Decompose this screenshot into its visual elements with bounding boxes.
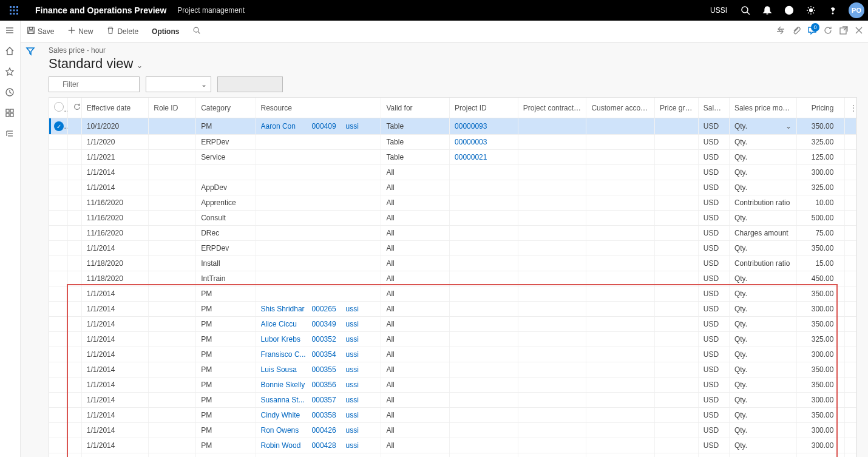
cell-currency[interactable]: USD bbox=[698, 302, 729, 317]
resource-name[interactable]: Lubor Krebs bbox=[261, 335, 307, 344]
cell-sales-price-model[interactable]: Qty. bbox=[729, 302, 796, 317]
clock-icon[interactable] bbox=[5, 87, 16, 98]
cell-pricing[interactable]: 300.00 bbox=[796, 165, 845, 180]
cell-sales-price-model[interactable]: Qty. bbox=[729, 332, 796, 347]
cell-effective-date[interactable]: 1/1/2014 bbox=[81, 180, 149, 195]
table-row[interactable]: 1/1/2014PMRon Owens000426ussiAllUSDQty.3… bbox=[49, 423, 856, 438]
cell-customer-account[interactable] bbox=[586, 347, 655, 362]
cell-valid-for[interactable]: All bbox=[381, 453, 450, 458]
table-row[interactable]: 11/16/2020ConsultAllUSDQty.500.00 bbox=[49, 211, 856, 226]
cell-sales-price-model[interactable]: Qty. bbox=[729, 453, 796, 458]
cell-customer-account[interactable] bbox=[586, 393, 655, 408]
resource-code[interactable]: 000354 bbox=[312, 350, 341, 359]
cell-pricing[interactable]: 325.00 bbox=[796, 453, 845, 458]
refresh-header[interactable] bbox=[68, 98, 82, 118]
cell-effective-date[interactable]: 1/1/2014 bbox=[81, 332, 149, 347]
cell-currency[interactable]: USD bbox=[698, 118, 729, 135]
cell-project-id[interactable] bbox=[450, 317, 518, 332]
cell-customer-account[interactable] bbox=[586, 408, 655, 423]
cell-resource[interactable]: Cindy White000358ussi bbox=[256, 408, 381, 423]
star-icon[interactable] bbox=[5, 67, 16, 78]
cell-effective-date[interactable]: 1/1/2014 bbox=[81, 377, 149, 393]
cell-resource[interactable] bbox=[256, 286, 381, 302]
delete-button[interactable]: Delete bbox=[100, 22, 144, 40]
cell-category[interactable]: PM bbox=[196, 347, 256, 362]
resource-name[interactable]: Bonnie Skelly bbox=[261, 381, 307, 389]
gear-icon[interactable] bbox=[801, 1, 821, 20]
cell-price-group[interactable] bbox=[655, 408, 699, 423]
cell-resource[interactable]: Alice Ciccu000349ussi bbox=[256, 317, 381, 332]
cell-resource[interactable]: Bonnie Skelly000356ussi bbox=[256, 377, 381, 393]
resource-code[interactable]: 000428 bbox=[312, 441, 341, 450]
row-select-cell[interactable] bbox=[49, 393, 68, 408]
cell-resource[interactable]: Lubor Krebs000352ussi bbox=[256, 332, 381, 347]
cell-currency[interactable]: USD bbox=[698, 347, 729, 362]
cell-contract-id[interactable] bbox=[518, 195, 586, 211]
cell-effective-date[interactable]: 11/18/2020 bbox=[81, 271, 149, 286]
cell-project-id[interactable] bbox=[450, 302, 518, 317]
cell-pricing[interactable]: 350.00 bbox=[796, 286, 845, 302]
cell-customer-account[interactable] bbox=[586, 195, 655, 211]
cell-pricing[interactable]: 300.00 bbox=[796, 347, 845, 362]
cell-resource[interactable] bbox=[256, 135, 381, 150]
cell-role-id[interactable] bbox=[149, 286, 196, 302]
cell-role-id[interactable] bbox=[149, 408, 196, 423]
cell-effective-date[interactable]: 1/1/2014 bbox=[81, 286, 149, 302]
cell-role-id[interactable] bbox=[149, 332, 196, 347]
resource-company[interactable]: ussi bbox=[346, 305, 359, 313]
cell-price-group[interactable] bbox=[655, 302, 699, 317]
cell-resource[interactable]: Luis Sousa000355ussi bbox=[256, 362, 381, 377]
cell-effective-date[interactable]: 1/1/2014 bbox=[81, 317, 149, 332]
col-pricing[interactable]: Pricing bbox=[796, 98, 845, 118]
home-icon[interactable] bbox=[5, 46, 16, 57]
cell-customer-account[interactable] bbox=[586, 211, 655, 226]
resource-code[interactable]: 000356 bbox=[312, 381, 341, 389]
cell-sales-price-model[interactable]: Qty. bbox=[729, 423, 796, 438]
cell-role-id[interactable] bbox=[149, 241, 196, 256]
row-select-cell[interactable] bbox=[49, 271, 68, 286]
resource-company[interactable]: ussi bbox=[346, 350, 359, 359]
row-select-cell[interactable] bbox=[49, 332, 68, 347]
table-row[interactable]: 1/1/2014ERPDevAllUSDQty.350.00 bbox=[49, 241, 856, 256]
cell-valid-for[interactable]: All bbox=[381, 165, 450, 180]
cell-resource[interactable]: Aaron Con000409ussi bbox=[256, 118, 381, 135]
cell-pricing[interactable]: 325.00 bbox=[796, 180, 845, 195]
resource-code[interactable]: 000355 bbox=[312, 365, 341, 374]
cell-category[interactable]: AppDev bbox=[196, 180, 256, 195]
cell-price-group[interactable] bbox=[655, 453, 699, 458]
table-row[interactable]: 11/16/2020DRecAllUSDCharges amount75.00 bbox=[49, 226, 856, 241]
cell-price-group[interactable] bbox=[655, 271, 699, 286]
cell-project-id[interactable]: 00000003 bbox=[450, 135, 518, 150]
cell-valid-for[interactable]: Table bbox=[381, 118, 450, 135]
row-select-cell[interactable] bbox=[49, 377, 68, 393]
cell-project-id[interactable] bbox=[450, 271, 518, 286]
cell-currency[interactable]: USD bbox=[698, 195, 729, 211]
help-icon[interactable] bbox=[823, 1, 843, 20]
cell-role-id[interactable] bbox=[149, 118, 196, 135]
table-row[interactable]: 1/1/2020ERPDevTable00000003USDQty.325.00 bbox=[49, 135, 856, 150]
cell-valid-for[interactable]: All bbox=[381, 438, 450, 453]
cell-currency[interactable]: USD bbox=[698, 332, 729, 347]
cell-contract-id[interactable] bbox=[518, 408, 586, 423]
cell-currency[interactable]: USD bbox=[698, 135, 729, 150]
cell-currency[interactable]: USD bbox=[698, 256, 729, 271]
row-select-cell[interactable]: ✓ bbox=[49, 118, 68, 135]
cell-customer-account[interactable] bbox=[586, 302, 655, 317]
cell-price-group[interactable] bbox=[655, 362, 699, 377]
cell-effective-date[interactable]: 1/1/2014 bbox=[81, 408, 149, 423]
cell-pricing[interactable]: 125.00 bbox=[796, 150, 845, 165]
cell-sales-price-model[interactable]: Qty. bbox=[729, 362, 796, 377]
cell-customer-account[interactable] bbox=[586, 241, 655, 256]
resource-name[interactable]: Alice Ciccu bbox=[261, 320, 307, 328]
cell-effective-date[interactable]: 1/1/2014 bbox=[81, 165, 149, 180]
col-customer-account[interactable]: Customer account bbox=[586, 98, 655, 118]
cell-price-group[interactable] bbox=[655, 165, 699, 180]
resource-name[interactable]: Shis Shridhar bbox=[261, 305, 307, 313]
cell-sales-price-model[interactable]: Qty. bbox=[729, 135, 796, 150]
product-title[interactable]: Finance and Operations Preview bbox=[35, 5, 166, 15]
resource-code[interactable]: 000426 bbox=[312, 426, 341, 435]
cell-price-group[interactable] bbox=[655, 256, 699, 271]
table-row[interactable]: ✓10/1/2020PMAaron Con000409ussiTable0000… bbox=[49, 118, 856, 135]
cell-effective-date[interactable]: 10/1/2020 bbox=[81, 118, 149, 135]
cell-sales-price-model[interactable]: Contribution ratio bbox=[729, 195, 796, 211]
